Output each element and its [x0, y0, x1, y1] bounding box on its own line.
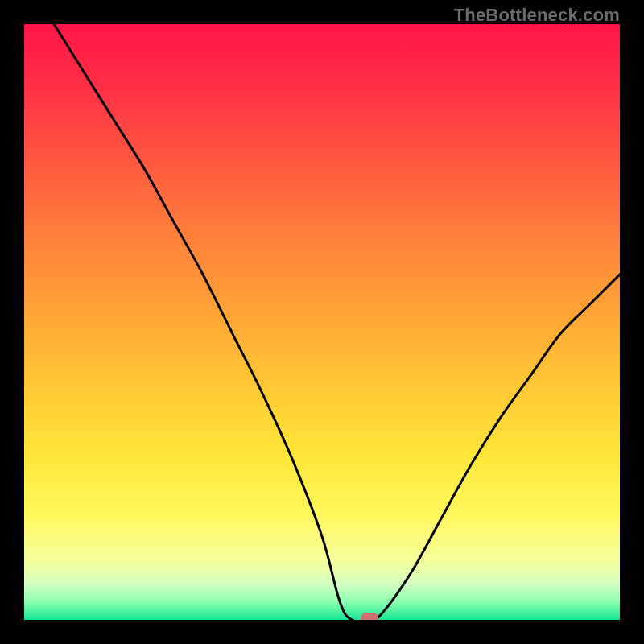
watermark-label: TheBottleneck.com	[454, 5, 620, 26]
plot-area	[24, 24, 620, 620]
bottleneck-curve	[24, 24, 620, 620]
chart-frame: TheBottleneck.com	[0, 0, 644, 644]
